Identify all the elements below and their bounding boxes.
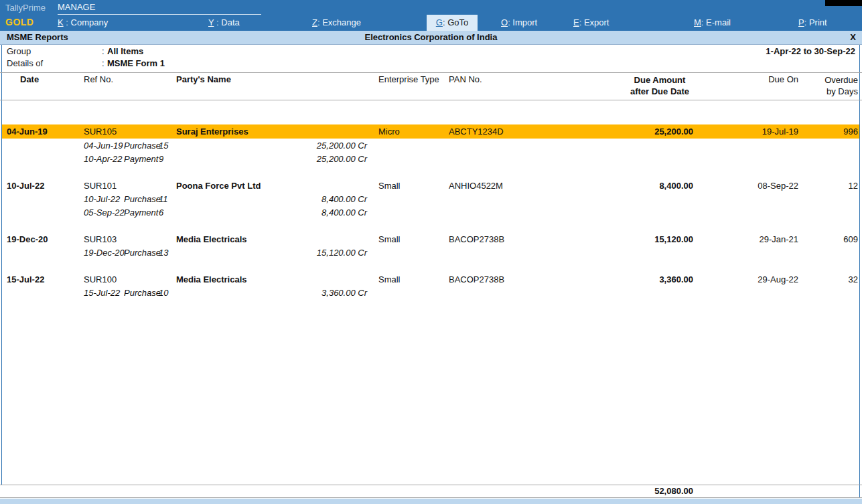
menu-hotkey: Z xyxy=(312,17,317,27)
column-header-overdue-line1: Overdue xyxy=(824,74,858,86)
mode-underline xyxy=(58,14,261,15)
total-due-amount: 52,080.00 xyxy=(654,485,693,497)
group-filter-row: Group : All Items xyxy=(7,46,857,58)
cell-party: Media Electricals xyxy=(176,232,247,246)
voucher-detail-row[interactable]: 04-Jun-19 Purchase 15 25,200.00 Cr xyxy=(2,139,859,153)
voucher-detail-row[interactable]: 15-Jul-22 Purchase 10 3,360.00 Cr xyxy=(2,286,859,300)
menu-hotkey: G xyxy=(436,17,443,27)
cell-overdue-days: 996 xyxy=(843,124,858,139)
column-header-overdue: Overdue by Days xyxy=(824,74,858,97)
menu-hotkey: O xyxy=(501,17,508,27)
cell-date: 15-Jul-22 xyxy=(7,272,44,286)
menu-label: E-mail xyxy=(706,17,731,27)
cell-due-amount: 25,200.00 xyxy=(654,124,693,139)
cell-voucher-amount: 8,400.00 Cr xyxy=(321,206,367,220)
column-header-ref: Ref No. xyxy=(84,74,113,84)
cell-due-on: 08-Sep-22 xyxy=(758,179,798,193)
column-header-pan: PAN No. xyxy=(449,74,482,84)
cell-enterprise-type: Small xyxy=(378,179,401,193)
column-header-due-amount: Due Amount after Due Date xyxy=(602,74,717,97)
cell-party: Poona Force Pvt Ltd xyxy=(176,179,261,193)
menu-label: Company xyxy=(71,17,109,27)
cell-voucher-type: Purchase xyxy=(124,246,161,260)
cell-pan: ABCTY1234D xyxy=(449,124,504,139)
cell-overdue-days: 32 xyxy=(849,272,858,286)
menu-label: : xyxy=(64,17,71,27)
report-right-border xyxy=(859,45,860,498)
group-value[interactable]: All Items xyxy=(107,46,143,56)
column-header-due-on: Due On xyxy=(768,74,798,84)
cell-voucher-amount: 3,360.00 Cr xyxy=(321,286,367,300)
bottom-status-strip xyxy=(0,499,862,504)
cell-enterprise-type: Micro xyxy=(378,124,400,139)
cell-pan: ANHIO4522M xyxy=(449,179,503,193)
total-row: 52,080.00 xyxy=(0,485,862,498)
column-header-party: Party's Name xyxy=(176,74,231,84)
cell-voucher-date: 10-Jul-22 xyxy=(84,193,120,206)
column-header-enterprise-type: Enterprise Type xyxy=(378,74,439,84)
voucher-detail-row[interactable]: 05-Sep-22 Payment 6 8,400.00 Cr xyxy=(2,206,859,220)
table-row[interactable]: 15-Jul-22 SUR100 Media Electricals Small… xyxy=(2,272,859,286)
cell-due-on: 19-Jul-19 xyxy=(762,124,798,139)
cell-voucher-type: Payment xyxy=(124,153,158,166)
menu-item-goto[interactable]: G: GoTo xyxy=(427,15,478,31)
cell-voucher-type: Purchase xyxy=(124,286,161,300)
details-filter-row: Details of : MSME Form 1 xyxy=(7,58,857,70)
menu-item-export[interactable]: E: Export xyxy=(573,17,609,27)
company-name: Electronics Corporation of India xyxy=(0,32,862,42)
column-header-date: Date xyxy=(20,74,39,84)
close-button[interactable]: X xyxy=(850,32,856,42)
details-label: Details of xyxy=(7,58,43,68)
voucher-detail-row[interactable]: 10-Apr-22 Payment 9 25,200.00 Cr xyxy=(2,153,859,166)
cell-ref: SUR101 xyxy=(84,179,117,193)
cell-voucher-amount: 25,200.00 Cr xyxy=(317,139,367,153)
cell-party: Suraj Enterprises xyxy=(176,124,248,139)
cell-due-amount: 15,120.00 xyxy=(654,232,693,246)
column-header-due-amount-line2: after Due Date xyxy=(602,86,717,97)
cell-voucher-number: 13 xyxy=(159,246,168,260)
cell-party: Media Electricals xyxy=(176,272,247,286)
cell-due-amount: 3,360.00 xyxy=(659,272,693,286)
menu-hotkey: K xyxy=(58,17,64,27)
header-top-rule xyxy=(0,72,862,73)
cell-voucher-date: 04-Jun-19 xyxy=(84,139,123,153)
report-title-bar: MSME Reports Electronics Corporation of … xyxy=(0,31,862,45)
cell-voucher-number: 6 xyxy=(159,206,163,220)
menu-label: Data xyxy=(221,17,239,27)
details-value[interactable]: MSME Form 1 xyxy=(107,58,165,68)
menu-label: : xyxy=(579,17,584,27)
table-row[interactable]: 04-Jun-19 SUR105 Suraj Enterprises Micro… xyxy=(2,124,859,139)
report-period[interactable]: 1-Apr-22 to 30-Sep-22 xyxy=(766,46,855,56)
menu-item-exchange[interactable]: Z: Exchange xyxy=(312,17,361,27)
menu-item-company[interactable]: K : Company xyxy=(58,17,108,27)
cell-voucher-date: 05-Sep-22 xyxy=(84,206,125,220)
edition-badge: GOLD xyxy=(5,17,33,27)
cell-voucher-date: 15-Jul-22 xyxy=(84,286,120,300)
mode-label: MANAGE xyxy=(58,2,95,12)
cell-voucher-number: 15 xyxy=(159,139,168,153)
cell-enterprise-type: Small xyxy=(378,272,401,286)
menu-label: Print xyxy=(809,17,827,27)
menu-label: Import xyxy=(512,17,537,27)
cell-voucher-type: Payment xyxy=(124,206,158,220)
cell-due-on: 29-Aug-22 xyxy=(758,272,798,286)
voucher-detail-row[interactable]: 19-Dec-20 Purchase 13 15,120.00 Cr xyxy=(2,246,859,260)
cell-voucher-amount: 25,200.00 Cr xyxy=(317,153,367,166)
cell-date: 04-Jun-19 xyxy=(7,124,48,139)
menu-item-data[interactable]: Y : Data xyxy=(208,17,240,27)
cell-pan: BACOP2738B xyxy=(449,272,504,286)
cell-date: 19-Dec-20 xyxy=(7,232,48,246)
table-row[interactable]: 19-Dec-20 SUR103 Media Electricals Small… xyxy=(2,232,859,246)
table-row[interactable]: 10-Jul-22 SUR101 Poona Force Pvt Ltd Sma… xyxy=(2,179,859,193)
menu-item-import[interactable]: O: Import xyxy=(501,17,537,27)
menu-label: : xyxy=(214,17,221,27)
group-separator: : xyxy=(102,46,104,56)
cell-ref: SUR100 xyxy=(84,272,117,286)
column-header-overdue-line2: by Days xyxy=(824,86,858,97)
menu-item-print[interactable]: P: Print xyxy=(798,17,827,27)
menu-label: Export xyxy=(584,17,609,27)
menu-item-email[interactable]: M: E-mail xyxy=(694,17,731,27)
voucher-detail-row[interactable]: 10-Jul-22 Purchase 11 8,400.00 Cr xyxy=(2,193,859,206)
cell-voucher-type: Purchase xyxy=(124,193,161,206)
cell-pan: BACOP2738B xyxy=(449,232,504,246)
